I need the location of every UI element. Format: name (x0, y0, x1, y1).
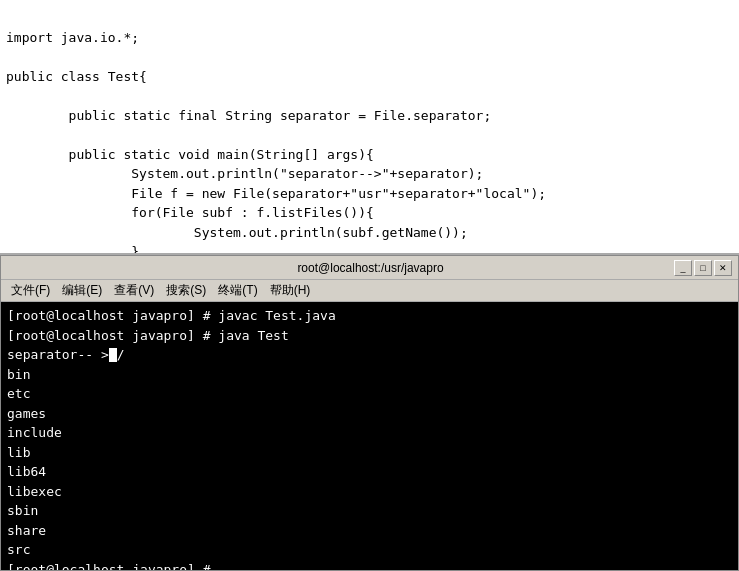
menu-search[interactable]: 搜索(S) (160, 282, 212, 299)
terminal-line-8: lib (7, 445, 30, 460)
menu-file[interactable]: 文件(F) (5, 282, 56, 299)
terminal-line-4: bin (7, 367, 30, 382)
menu-terminal[interactable]: 终端(T) (212, 282, 263, 299)
terminal-body[interactable]: [root@localhost javapro] # javac Test.ja… (1, 302, 738, 570)
terminal-line-10: libexec (7, 484, 62, 499)
terminal-line-11: sbin (7, 503, 38, 518)
code-line-11: System.out.println(subf.getName()); (6, 225, 468, 240)
code-line-8: System.out.println("separator-->"+separa… (6, 166, 483, 181)
code-line-7: public static void main(String[] args){ (6, 147, 374, 162)
code-editor: import java.io.*; public class Test{ pub… (0, 0, 739, 255)
terminal-title: root@localhost:/usr/javapro (67, 261, 674, 275)
maximize-button[interactable]: □ (694, 260, 712, 276)
terminal-line-7: include (7, 425, 62, 440)
terminal-line-12: share (7, 523, 46, 538)
code-line-3: public class Test{ (6, 69, 147, 84)
close-button[interactable]: ✕ (714, 260, 732, 276)
terminal-menubar: 文件(F) 编辑(E) 查看(V) 搜索(S) 终端(T) 帮助(H) (1, 280, 738, 302)
code-line-10: for(File subf : f.listFiles()){ (6, 205, 374, 220)
terminal-line-9: lib64 (7, 464, 46, 479)
code-line-12: } (6, 244, 139, 255)
terminal-line-14: [root@localhost javapro] # (7, 562, 218, 571)
terminal-line-13: src (7, 542, 30, 557)
code-line-9: File f = new File(separator+"usr"+separa… (6, 186, 546, 201)
minimize-button[interactable]: _ (674, 260, 692, 276)
terminal-line-6: games (7, 406, 46, 421)
terminal-line-1: [root@localhost javapro] # javac Test.ja… (7, 308, 336, 323)
terminal-window: root@localhost:/usr/javapro _ □ ✕ 文件(F) … (0, 255, 739, 571)
terminal-titlebar: root@localhost:/usr/javapro _ □ ✕ (1, 256, 738, 280)
cursor (109, 348, 117, 362)
code-line-5: public static final String separator = F… (6, 108, 491, 123)
menu-help[interactable]: 帮助(H) (264, 282, 317, 299)
menu-view[interactable]: 查看(V) (108, 282, 160, 299)
code-line-1: import java.io.*; (6, 30, 139, 45)
terminal-line-3: separator-- >/ (7, 347, 125, 362)
terminal-line-5: etc (7, 386, 30, 401)
menu-edit[interactable]: 编辑(E) (56, 282, 108, 299)
terminal-line-2: [root@localhost javapro] # java Test (7, 328, 289, 343)
terminal-controls: _ □ ✕ (674, 260, 732, 276)
